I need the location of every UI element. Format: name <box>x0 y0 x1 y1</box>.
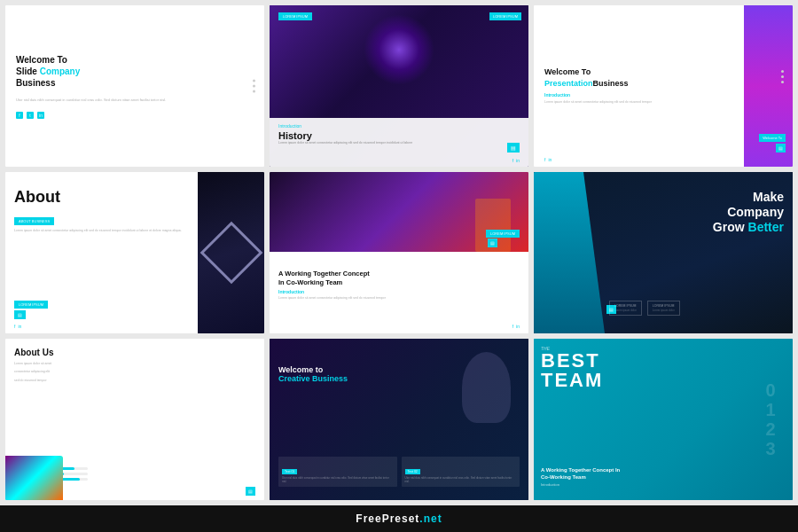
slide8-welcome-lbl: Welcome to <box>278 365 348 374</box>
slide9-desc-title: A Working Together Concept In Co-Working… <box>541 467 786 481</box>
footer-domain: .net <box>419 512 442 525</box>
slide7-desc3: sed do eiusmod tempor <box>14 379 255 383</box>
slide1-social: f t in <box>16 112 254 119</box>
slide2-fb[interactable]: f <box>512 158 513 163</box>
slide5-fb[interactable]: f <box>512 324 513 329</box>
slide2-burst <box>364 14 434 85</box>
slide8-creative-lbl: Creative Business <box>278 374 348 383</box>
slide5-content: A Working Together Concept In Co-Working… <box>270 262 528 333</box>
dot-1 <box>253 80 255 82</box>
slide8-textbox2: Text 02 Utor nisl duis nibh consequat in… <box>402 457 520 487</box>
slide2-intro: Introduction <box>278 123 520 129</box>
slide8-tb2-label: Text 02 <box>405 469 420 474</box>
slide4-in[interactable]: in <box>18 324 21 329</box>
footer-banner: FreePreset.net <box>0 505 798 532</box>
slide5-social: f in <box>512 324 520 329</box>
slide3-lorem: Welcome To <box>759 134 786 142</box>
footer-text: FreePreset.net <box>356 512 442 525</box>
slide3-chart: ▤ <box>776 144 786 153</box>
slide8-tb2-text: Utor nisl duis nibh consequat in curabit… <box>405 476 517 483</box>
slide7-desc2: consectetur adipiscing elit <box>14 370 255 374</box>
slide2-chart-icon: ▤ <box>507 143 520 153</box>
slide-6: Make Company Grow Better ▤ LOREM IPSUM L… <box>534 172 793 333</box>
slide4-lorem: LOREM IPSUM <box>14 301 48 309</box>
footer-brand: FreePreset <box>356 512 419 525</box>
slide-7: About Us Lorem ipsum dolor sit amet cons… <box>5 339 264 500</box>
linkedin-icon[interactable]: in <box>37 112 44 119</box>
slide7-desc1: Lorem ipsum dolor sit amet <box>14 362 255 366</box>
slide4-fb[interactable]: f <box>14 324 15 329</box>
slide9-team: TEAM <box>541 371 603 390</box>
slide2-social: f in <box>512 158 520 163</box>
slide7-img <box>5 456 63 500</box>
slide9-best: BEST <box>541 351 603 371</box>
slide6-lorem-row: LOREM IPSUM Lorem ipsum dolor LOREM IPSU… <box>609 301 784 316</box>
slide2-lorem: LOREM IPSUM <box>489 12 521 20</box>
slide2-top-label: LOREM IPSUM <box>278 12 312 20</box>
slide3-desc: Lorem ipsum dolor sit amet consectetur a… <box>544 100 729 105</box>
slide6-lorem2: LOREM IPSUM Lorem ipsum dolor <box>647 301 680 316</box>
slide-grid: Welcome To Slide Company Business Utor n… <box>0 0 798 505</box>
slide2-desc: Lorem ipsum dolor sit amet consectetur a… <box>278 141 520 145</box>
slide4-badge: ABOUT BUSINESS <box>14 217 54 225</box>
slide6-title: Make Company Grow Better <box>713 190 784 234</box>
slide-9: 0123 THE BEST TEAM A Working Together Co… <box>534 339 793 500</box>
slide6-better: Better <box>748 220 784 234</box>
slide5-intro: Introduction <box>278 289 520 294</box>
slide2-tw[interactable]: in <box>516 158 520 163</box>
dot-3 <box>253 90 255 93</box>
slide3-dots <box>781 70 784 83</box>
slide1-dots <box>253 80 255 93</box>
dot-2 <box>253 85 255 88</box>
slide3-title: Welcome To PresentationBusiness <box>544 66 729 89</box>
slide1-title: Welcome To Slide Company Business <box>16 54 254 89</box>
slide5-chart: ▤ <box>488 239 497 247</box>
twitter-icon[interactable]: t <box>27 112 34 119</box>
slide6-title-area: Make Company Grow Better <box>713 190 784 234</box>
slide9-description: A Working Together Concept In Co-Working… <box>541 467 786 487</box>
slide8-text-boxes: Text 01 Utor nisl duis nibh consequat in… <box>278 457 520 487</box>
facebook-icon[interactable]: f <box>16 112 23 119</box>
slide4-chart: ▤ <box>14 310 26 319</box>
slide2-history-title: History <box>278 130 520 141</box>
slide-5: LOREM IPSUM ▤ A Working Together Concept… <box>270 172 528 333</box>
slide8-tb1-text: Utor nisl duis nibh consequat in curabit… <box>282 476 394 483</box>
slide4-img <box>198 172 264 333</box>
slide3-fb[interactable]: f <box>544 157 545 162</box>
slide5-working-title: A Working Together Concept In Co-Working… <box>278 270 520 287</box>
slide3-highlight: Presentation <box>544 79 593 88</box>
slide-8: Welcome to Creative Business Text 01 Uto… <box>270 339 528 500</box>
slide9-desc-intro: Introduction <box>541 482 786 487</box>
slide3-social: f in <box>544 157 552 162</box>
slide8-tb1-label: Text 01 <box>282 469 297 474</box>
slide6-lorem1: LOREM IPSUM Lorem ipsum dolor <box>609 301 642 316</box>
diamond-shape <box>200 222 262 285</box>
slide-1: Welcome To Slide Company Business Utor n… <box>5 5 264 167</box>
slide5-in[interactable]: in <box>516 324 520 329</box>
slide5-desc: Lorem ipsum dolor sit amet consectetur a… <box>278 296 520 301</box>
slide3-in[interactable]: in <box>548 157 552 162</box>
slide7-chart: ▤ <box>246 487 255 496</box>
slide1-company: Company <box>40 66 81 76</box>
slide8-textbox1: Text 01 Utor nisl duis nibh consequat in… <box>278 457 397 487</box>
slide1-desc: Utor nisl duis nibh consequat in curabit… <box>16 98 254 103</box>
slide4-social: f in <box>14 324 21 329</box>
slide8-welcome: Welcome to Creative Business <box>278 365 348 383</box>
slide3-img <box>744 5 793 167</box>
slide2-history-bar: Introduction History Lorem ipsum dolor s… <box>270 118 528 167</box>
slide-2: LOREM IPSUM Introduction History Lorem i… <box>270 5 528 167</box>
slide8-astronaut <box>462 352 511 423</box>
slide7-title: About Us <box>14 348 255 357</box>
slide5-lorem: LOREM IPSUM <box>486 230 520 238</box>
slide-4: About ABOUT BUSINESS Lorem ipsum dolor s… <box>5 172 264 333</box>
slide-3: Welcome To PresentationBusiness Introduc… <box>534 5 793 167</box>
slide3-intro: Introduction <box>544 92 729 98</box>
slide9-title: THE BEST TEAM <box>541 346 603 390</box>
